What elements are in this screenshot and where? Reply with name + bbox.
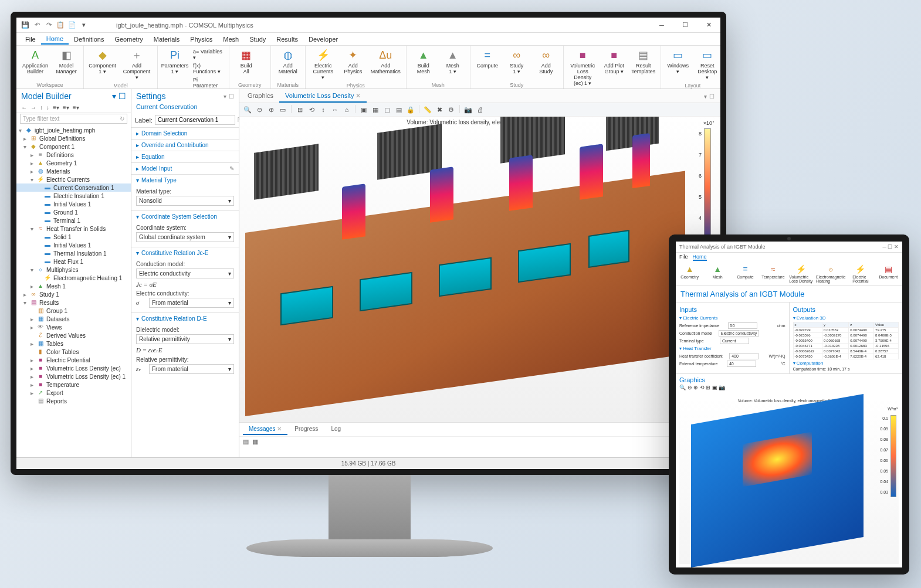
menu-geometry[interactable]: Geometry <box>109 35 148 44</box>
tree-node[interactable]: ▤Reports <box>16 397 131 405</box>
ribbon-livelink[interactable] <box>263 65 266 66</box>
ribbon-add-study[interactable]: ∞AddStudy <box>531 47 561 81</box>
view-xz-icon[interactable]: ↔ <box>330 105 340 114</box>
lock-icon[interactable]: 🔒 <box>406 105 415 114</box>
tablet-ribbon-btn[interactable]: ▲Geometry <box>676 263 703 284</box>
tree-filter[interactable]: Type filter text ↻ <box>20 114 127 124</box>
bottom-tab-progress[interactable]: Progress <box>289 424 324 435</box>
graphics-viewport[interactable]: Volume: Volumetric loss density, electro… <box>239 117 720 422</box>
tree-node[interactable]: ▬Electric Insulation 1 <box>16 192 131 200</box>
camera-icon[interactable]: 📷 <box>719 385 725 390</box>
tree-node[interactable]: ▸▲Mesh 1 <box>16 282 131 290</box>
tablet-maximize-button[interactable]: ☐ <box>888 244 892 250</box>
default-view-icon[interactable]: ⌂ <box>342 105 351 114</box>
ribbon-vol-loss[interactable]: ■Volumetric LossDensity (ec) 1 ▾ <box>566 47 600 88</box>
field-select[interactable]: From material ▾ <box>149 298 234 308</box>
panel-menu-icon[interactable]: ▾ <box>704 93 707 100</box>
section-header[interactable]: ▾Constitutive Relation D-E <box>131 313 239 324</box>
nav-fwd-icon[interactable]: → <box>31 104 36 111</box>
select-icon[interactable]: ▣ <box>359 105 368 114</box>
tree-node[interactable]: ▾◆Component 1 <box>16 142 131 151</box>
tree-node[interactable]: ▾◆igbt_joule_heating.mph <box>16 126 131 134</box>
menu-definitions[interactable]: Definitions <box>69 35 109 44</box>
tree-twisty-icon[interactable]: ▸ <box>31 316 36 322</box>
rotate-icon[interactable]: ⟲ <box>307 105 316 114</box>
section-header[interactable]: ▸Override and Contribution <box>131 140 239 151</box>
field-select[interactable]: Electric conductivity ▾ <box>136 268 234 278</box>
nav-up-icon[interactable]: ↑ <box>40 104 43 111</box>
rotate-icon[interactable]: ⟲ <box>700 385 705 390</box>
table-row[interactable]: -0.00554000.00606680.00744903.7509E-4 <box>793 338 899 344</box>
tree-node[interactable]: ▬Initial Values 1 <box>16 200 131 208</box>
collapse-icon[interactable]: ≡▾ <box>63 104 69 111</box>
save-icon[interactable]: 💾 <box>21 21 29 29</box>
tree-node[interactable]: ▸⊞Global Definitions <box>16 134 131 142</box>
panel-minimize-icon[interactable]: ☐ <box>229 93 234 100</box>
menu-materials[interactable]: Materials <box>148 35 185 44</box>
field-select[interactable]: Nonsolid ▾ <box>136 196 234 206</box>
tablet-ribbon-btn[interactable]: ⟐ElectromagneticHeating <box>815 263 846 284</box>
tree-node[interactable]: ▬Ground 1 <box>16 208 131 216</box>
close-tab-icon[interactable]: ✕ <box>355 92 361 99</box>
tree-twisty-icon[interactable]: ▸ <box>31 357 36 363</box>
tree-twisty-icon[interactable]: ▾ <box>19 127 25 134</box>
ribbon-build-all[interactable]: ▦BuildAll <box>232 47 261 81</box>
ribbon-windows[interactable]: ▭Windows▾ <box>663 47 693 82</box>
section-header[interactable]: ▸Domain Selection <box>131 128 239 139</box>
ribbon-add-math[interactable]: ΔuAddMathematics <box>368 47 404 82</box>
panel-menu-icon[interactable]: ▾ <box>112 91 116 101</box>
bottom-tab-messages[interactable]: Messages ✕ <box>243 424 287 435</box>
zoom-out-icon[interactable]: ⊖ <box>255 105 264 114</box>
menu-file[interactable]: File <box>20 35 41 44</box>
bottom-tab-log[interactable]: Log <box>325 424 347 435</box>
tree-node[interactable]: ▬Current Conservation 1 <box>16 183 131 192</box>
tree-node[interactable]: ▸▲Geometry 1 <box>16 159 131 167</box>
field-select[interactable]: From material ▾ <box>149 364 234 374</box>
ribbon-build-mesh[interactable]: ▲BuildMesh <box>409 47 438 81</box>
tablet-menu-file[interactable]: File <box>679 254 688 261</box>
menu-mesh[interactable]: Mesh <box>218 35 244 44</box>
expand-icon[interactable]: ≡▾ <box>53 104 59 111</box>
redo-icon[interactable]: ↷ <box>45 21 53 29</box>
minimize-button[interactable]: ─ <box>650 18 673 33</box>
input-section-header[interactable]: ▾ Heat Transfer <box>679 345 785 352</box>
undo-icon[interactable]: ↶ <box>33 21 41 29</box>
clear-icon[interactable]: ▤ <box>243 438 249 446</box>
settings-icon[interactable]: ⚙ <box>446 105 456 114</box>
camera-icon[interactable]: 📷 <box>463 105 473 114</box>
table-row[interactable]: -0.0337990.0105630.007449079.275 <box>793 328 899 333</box>
measure-icon[interactable]: 📏 <box>423 105 432 114</box>
tree-twisty-icon[interactable]: ▸ <box>23 291 29 298</box>
print-icon[interactable]: 🖨 <box>475 105 485 114</box>
ribbon-add-physics[interactable]: ✦AddPhysics <box>338 47 368 82</box>
ribbon-functions[interactable]: f(x) Functions ▾ <box>192 62 224 75</box>
tree-node[interactable]: ▾▤Results <box>16 298 131 307</box>
tree-node[interactable]: ▬Heat Flux 1 <box>16 257 131 266</box>
select-icon[interactable]: ▣ <box>712 385 717 390</box>
tablet-ribbon-btn[interactable]: ⚡ElectricPotential <box>846 263 874 284</box>
ribbon-mesh[interactable]: ▲Mesh1 ▾ <box>438 47 468 81</box>
tree-twisty-icon[interactable]: ▸ <box>31 324 36 331</box>
zoom-in-icon[interactable]: 🔍 <box>243 105 252 114</box>
tree-node[interactable]: ▸👁Views <box>16 323 131 331</box>
tablet-ribbon-btn[interactable]: ▲Mesh <box>703 263 731 284</box>
tablet-ribbon-btn[interactable]: ≈Temperature <box>759 263 787 284</box>
ribbon-reset-desktop[interactable]: ▭ResetDesktop ▾ <box>693 47 720 82</box>
tree-node[interactable]: ▬Terminal 1 <box>16 216 131 225</box>
table-row[interactable]: -0.000636220.00770428.5443E-40.28757 <box>793 349 899 354</box>
zoom-extents-icon[interactable]: ⊕ <box>266 105 276 114</box>
refresh-icon[interactable]: ↻ <box>120 115 124 122</box>
tablet-menu-home[interactable]: Home <box>693 254 707 261</box>
ribbon-add-component[interactable]: ＋AddComponent ▾ <box>118 47 155 82</box>
tree-twisty-icon[interactable]: ▸ <box>31 152 36 158</box>
qat-more-icon[interactable]: ▾ <box>80 21 88 29</box>
zoom-box-icon[interactable]: ▭ <box>278 105 287 114</box>
field-input[interactable]: Electric conductivity <box>719 330 759 337</box>
panel-max-icon[interactable]: ☐ <box>709 93 715 100</box>
view-icon[interactable]: ⊞ <box>706 385 710 390</box>
field-select[interactable]: Relative permittivity ▾ <box>136 334 234 344</box>
tree-node[interactable]: ▬Solid 1 <box>16 233 131 241</box>
tablet-minimize-button[interactable]: ─ <box>883 244 886 250</box>
tree-node[interactable]: ⚡Electromagnetic Heating 1 <box>16 274 131 282</box>
tree-node[interactable]: ▸≡Definitions <box>16 151 131 159</box>
